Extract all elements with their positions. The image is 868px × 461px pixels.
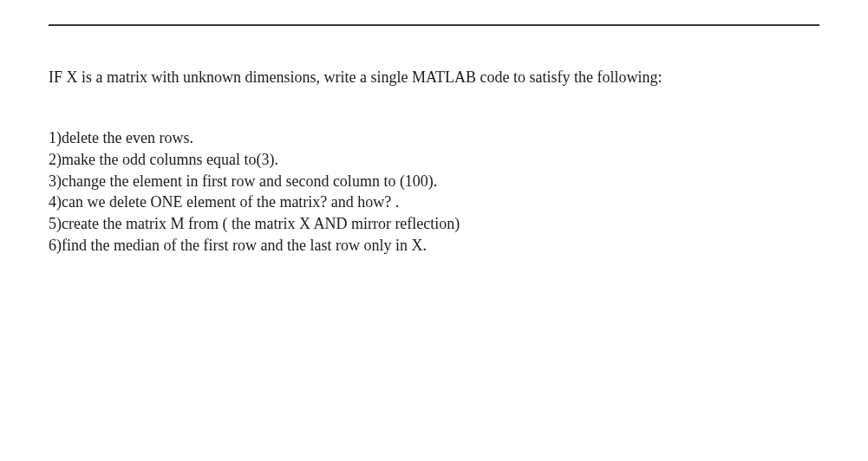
- question-prompt: IF X is a matrix with unknown dimensions…: [49, 66, 819, 89]
- document-page: IF X is a matrix with unknown dimensions…: [0, 24, 868, 256]
- list-item: 6)find the median of the first row and t…: [49, 235, 819, 256]
- list-item: 4)can we delete ONE element of the matri…: [49, 192, 819, 213]
- horizontal-rule: [49, 24, 819, 26]
- list-item: 2)make the odd columns equal to(3).: [49, 149, 819, 171]
- list-item: 3)change the element in first row and se…: [49, 171, 819, 192]
- list-item: 5)create the matrix M from ( the matrix …: [49, 213, 819, 235]
- question-list: 1)delete the even rows. 2)make the odd c…: [49, 127, 819, 256]
- list-item: 1)delete the even rows.: [49, 127, 819, 149]
